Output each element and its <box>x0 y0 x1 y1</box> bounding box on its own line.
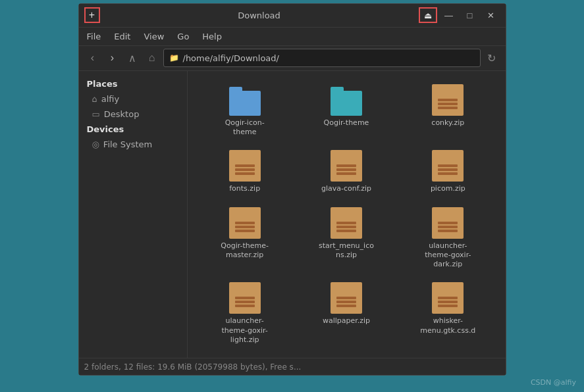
file-item[interactable]: ulauncher- theme-goxir- dark.zip <box>398 202 497 275</box>
file-item[interactable]: picom.zip <box>398 145 497 199</box>
filesystem-icon: ◎ <box>92 139 99 149</box>
devices-section-title: Devices <box>79 122 187 137</box>
menu-file[interactable]: File <box>84 30 104 43</box>
sidebar-item-filesystem[interactable]: ◎ File System <box>79 137 187 152</box>
statusbar: 2 folders, 12 files: 19.6 MiB (20579988 … <box>79 358 506 375</box>
file-label: Qogir-theme- master.zip <box>221 241 269 260</box>
menubar: File Edit View Go Help <box>79 28 506 46</box>
file-label: ulauncher- theme-goxir- light.zip <box>222 316 268 345</box>
file-label: whisker- menu.gtk.css.d <box>420 316 475 335</box>
home-button[interactable]: ⌂ <box>144 49 161 66</box>
file-item[interactable]: fonts.zip <box>196 145 294 199</box>
places-section-title: Places <box>79 76 187 91</box>
file-item[interactable]: ulauncher- theme-goxir- light.zip <box>196 277 294 350</box>
sidebar-item-filesystem-label: File System <box>103 139 152 149</box>
zip-icon <box>229 207 261 239</box>
menu-help[interactable]: Help <box>199 30 225 43</box>
window-title: Download <box>100 11 419 20</box>
zip-icon <box>432 282 464 314</box>
forward-button[interactable]: › <box>104 49 121 66</box>
sidebar-item-desktop-label: Desktop <box>104 109 140 119</box>
address-text: /home/alfiy/Download/ <box>183 53 279 63</box>
maximize-button[interactable]: □ <box>461 7 479 23</box>
zip-icon <box>432 207 464 239</box>
home-icon: ⌂ <box>92 94 97 104</box>
file-label: conky.zip <box>431 118 464 128</box>
toolbar: ‹ › ∧ ⌂ 📁 /home/alfiy/Download/ ↻ <box>79 46 506 71</box>
minimize-button[interactable]: — <box>440 7 458 23</box>
up-button[interactable]: ∧ <box>124 49 141 66</box>
zip-icon <box>432 150 464 182</box>
statusbar-text: 2 folders, 12 files: 19.6 MiB (20579988 … <box>84 362 302 372</box>
folder-path-icon: 📁 <box>169 53 179 62</box>
file-label: Qogir-icon- theme <box>225 118 265 137</box>
file-item[interactable]: start_menu_ico ns.zip <box>297 202 396 275</box>
new-tab-button[interactable]: + <box>84 7 100 23</box>
file-item[interactable]: Qogir-icon- theme <box>196 79 294 143</box>
zip-icon <box>229 282 261 314</box>
file-item[interactable]: whisker- menu.gtk.css.d <box>398 277 497 350</box>
file-manager-window: + Download ⏏ — □ ✕ File Edit View Go Hel… <box>78 3 506 376</box>
zip-icon <box>331 207 362 239</box>
file-label: picom.zip <box>431 184 465 193</box>
eject-button[interactable]: ⏏ <box>419 7 437 23</box>
sidebar-item-desktop[interactable]: ▭ Desktop <box>79 107 187 122</box>
sidebar-item-alfiy-label: alfiy <box>101 94 119 104</box>
folder-icon <box>229 84 261 116</box>
file-item[interactable]: conky.zip <box>398 79 497 143</box>
file-area: Qogir-icon- theme Qogir-theme conky.zip … <box>188 71 506 358</box>
file-item[interactable]: glava-conf.zip <box>297 145 396 199</box>
zip-icon <box>331 150 362 182</box>
zip-icon <box>229 150 261 182</box>
zip-icon <box>432 84 464 116</box>
titlebar: + Download ⏏ — □ ✕ <box>79 4 506 28</box>
back-button[interactable]: ‹ <box>84 49 101 66</box>
sidebar-item-alfiy[interactable]: ⌂ alfiy <box>79 91 187 107</box>
menu-go[interactable]: Go <box>174 30 192 43</box>
file-label: start_menu_ico ns.zip <box>319 241 374 260</box>
desktop-icon: ▭ <box>92 109 100 119</box>
close-button[interactable]: ✕ <box>482 7 500 23</box>
folder-icon <box>331 84 362 116</box>
titlebar-left: + <box>84 7 100 23</box>
menu-view[interactable]: View <box>141 30 167 43</box>
file-label: fonts.zip <box>229 184 260 193</box>
window-controls: ⏏ — □ ✕ <box>419 7 500 23</box>
refresh-button[interactable]: ↻ <box>483 49 500 66</box>
file-label: Qogir-theme <box>324 118 369 128</box>
file-item[interactable]: Qogir-theme- master.zip <box>196 202 294 275</box>
file-label: glava-conf.zip <box>321 184 371 193</box>
zip-icon <box>331 282 362 314</box>
file-item[interactable]: Qogir-theme <box>297 79 396 143</box>
watermark: CSDN @alfiy <box>531 378 576 387</box>
main-content: Places ⌂ alfiy ▭ Desktop Devices ◎ File … <box>79 71 506 358</box>
file-item[interactable]: wallpaper.zip <box>297 277 396 350</box>
file-label: wallpaper.zip <box>323 316 370 326</box>
menu-edit[interactable]: Edit <box>111 30 133 43</box>
file-label: ulauncher- theme-goxir- dark.zip <box>425 241 471 270</box>
sidebar: Places ⌂ alfiy ▭ Desktop Devices ◎ File … <box>79 71 188 358</box>
address-bar[interactable]: 📁 /home/alfiy/Download/ <box>163 49 481 67</box>
